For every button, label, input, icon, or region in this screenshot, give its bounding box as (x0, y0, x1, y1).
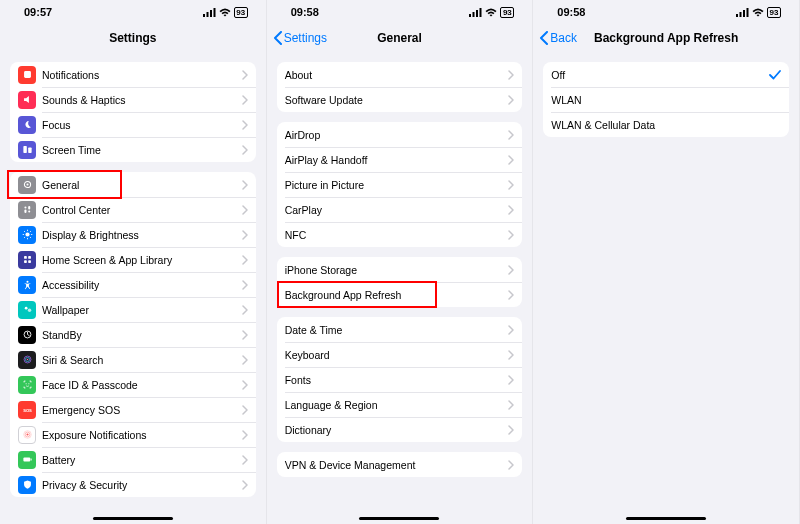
chevron-right-icon (508, 290, 514, 300)
settings-list[interactable]: NotificationsSounds & HapticsFocusScreen… (0, 52, 266, 524)
settings-row-privacy-security[interactable]: Privacy & Security (10, 472, 256, 497)
row-label: Exposure Notifications (42, 429, 242, 441)
refresh-options-list[interactable]: OffWLANWLAN & Cellular Data (533, 52, 799, 524)
chevron-right-icon (242, 205, 248, 215)
svg-point-36 (26, 433, 28, 435)
chevron-right-icon (508, 95, 514, 105)
focus-icon (18, 116, 36, 134)
row-label: Battery (42, 454, 242, 466)
row-label: iPhone Storage (285, 264, 509, 276)
settings-row-battery[interactable]: Battery (10, 447, 256, 472)
row-label: Background App Refresh (285, 289, 509, 301)
option-off[interactable]: Off (543, 62, 789, 87)
back-button[interactable]: Settings (273, 31, 327, 45)
general-row-software-update[interactable]: Software Update (277, 87, 523, 112)
settings-row-home-screen-app-library[interactable]: Home Screen & App Library (10, 247, 256, 272)
option-wlan-cellular-data[interactable]: WLAN & Cellular Data (543, 112, 789, 137)
status-time: 09:57 (24, 6, 52, 18)
svg-text:SOS: SOS (23, 408, 32, 413)
row-label: Control Center (42, 204, 242, 216)
home-indicator[interactable] (93, 517, 173, 520)
chevron-right-icon (508, 155, 514, 165)
svg-rect-3 (213, 8, 215, 17)
row-label: Display & Brightness (42, 229, 242, 241)
settings-row-notifications[interactable]: Notifications (10, 62, 256, 87)
settings-row-face-id-passcode[interactable]: Face ID & Passcode (10, 372, 256, 397)
chevron-right-icon (242, 480, 248, 490)
status-time: 09:58 (557, 6, 585, 18)
chevron-right-icon (242, 70, 248, 80)
chevron-right-icon (242, 430, 248, 440)
chevron-right-icon (242, 455, 248, 465)
back-button[interactable]: Back (539, 31, 577, 45)
general-group: iPhone StorageBackground App Refresh (277, 257, 523, 307)
option-wlan[interactable]: WLAN (543, 87, 789, 112)
status-indicators: 93 (469, 7, 514, 18)
settings-row-siri-search[interactable]: Siri & Search (10, 347, 256, 372)
general-row-carplay[interactable]: CarPlay (277, 197, 523, 222)
chevron-right-icon (242, 255, 248, 265)
general-row-background-app-refresh[interactable]: Background App Refresh (277, 282, 523, 307)
general-list[interactable]: AboutSoftware UpdateAirDropAirPlay & Han… (267, 52, 533, 524)
row-label: Face ID & Passcode (42, 379, 242, 391)
svg-point-9 (24, 206, 26, 208)
general-row-date-time[interactable]: Date & Time (277, 317, 523, 342)
general-row-airdrop[interactable]: AirDrop (277, 122, 523, 147)
general-row-fonts[interactable]: Fonts (277, 367, 523, 392)
settings-row-display-brightness[interactable]: Display & Brightness (10, 222, 256, 247)
row-label: Wallpaper (42, 304, 242, 316)
general-row-dictionary[interactable]: Dictionary (277, 417, 523, 442)
general-row-keyboard[interactable]: Keyboard (277, 342, 523, 367)
refresh-options-group: OffWLANWLAN & Cellular Data (543, 62, 789, 137)
row-label: AirPlay & Handoff (285, 154, 509, 166)
svg-line-18 (24, 231, 25, 232)
settings-row-accessibility[interactable]: Accessibility (10, 272, 256, 297)
row-label: Language & Region (285, 399, 509, 411)
svg-line-19 (29, 237, 30, 238)
siri-icon (18, 351, 36, 369)
settings-row-sounds-haptics[interactable]: Sounds & Haptics (10, 87, 256, 112)
option-label: WLAN (551, 94, 781, 106)
settings-row-control-center[interactable]: Control Center (10, 197, 256, 222)
page-title: Settings (109, 31, 156, 45)
general-row-vpn-device-management[interactable]: VPN & Device Management (277, 452, 523, 477)
settings-row-focus[interactable]: Focus (10, 112, 256, 137)
general-row-iphone-storage[interactable]: iPhone Storage (277, 257, 523, 282)
settings-row-standby[interactable]: StandBy (10, 322, 256, 347)
settings-row-screen-time[interactable]: Screen Time (10, 137, 256, 162)
general-row-language-region[interactable]: Language & Region (277, 392, 523, 417)
general-row-nfc[interactable]: NFC (277, 222, 523, 247)
row-label: Fonts (285, 374, 509, 386)
chevron-right-icon (508, 400, 514, 410)
svg-rect-24 (24, 260, 27, 263)
general-row-airplay-handoff[interactable]: AirPlay & Handoff (277, 147, 523, 172)
general-row-picture-in-picture[interactable]: Picture in Picture (277, 172, 523, 197)
home-indicator[interactable] (626, 517, 706, 520)
nav-bar: Settings General (267, 24, 533, 52)
svg-rect-2 (210, 10, 212, 17)
status-bar: 09:58 93 (533, 0, 799, 24)
svg-rect-22 (24, 256, 27, 259)
nav-bar: Settings (0, 24, 266, 52)
home-indicator[interactable] (359, 517, 439, 520)
battery-icon (18, 451, 36, 469)
chevron-right-icon (242, 230, 248, 240)
status-bar: 09:57 93 (0, 0, 266, 24)
wifi-icon (485, 8, 497, 17)
chevron-left-icon (539, 31, 549, 45)
settings-row-general[interactable]: General (10, 172, 256, 197)
chevron-right-icon (508, 425, 514, 435)
row-label: AirDrop (285, 129, 509, 141)
chevron-right-icon (242, 380, 248, 390)
sounds-icon (18, 91, 36, 109)
row-label: Notifications (42, 69, 242, 81)
general-row-about[interactable]: About (277, 62, 523, 87)
wallpaper-icon (18, 301, 36, 319)
svg-rect-10 (24, 210, 26, 213)
settings-row-wallpaper[interactable]: Wallpaper (10, 297, 256, 322)
chevron-right-icon (508, 325, 514, 335)
settings-row-exposure-notifications[interactable]: Exposure Notifications (10, 422, 256, 447)
row-label: Home Screen & App Library (42, 254, 242, 266)
settings-row-emergency-sos[interactable]: SOSEmergency SOS (10, 397, 256, 422)
settings-group: NotificationsSounds & HapticsFocusScreen… (10, 62, 256, 162)
